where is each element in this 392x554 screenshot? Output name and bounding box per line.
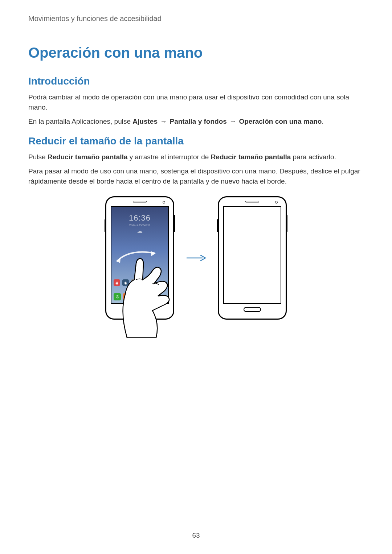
arrow-text: →: [228, 118, 238, 125]
app-icon: ◉: [122, 279, 129, 286]
arrow-right-icon: [185, 254, 207, 262]
bold-text: Pantalla y fondos: [170, 118, 227, 125]
phone-home-button: [131, 307, 148, 312]
phone-earpiece: [245, 201, 259, 202]
phone-volume-button: [217, 219, 219, 232]
arrow-text: →: [158, 118, 169, 125]
dock-icon-row: ✆ 👤 ✉ 🌐: [114, 293, 149, 300]
phone-screen-right: [223, 206, 281, 304]
app-icon: ▧: [140, 279, 146, 286]
text: En la pantalla Aplicaciones, pulse: [28, 118, 132, 125]
section-intro-p1: Podrá cambiar al modo de operación con u…: [28, 92, 364, 112]
illustration-row: 16:36 WED, 1 JANUARY ☁ ◉ ◉ ▶ ▧ • • • •: [28, 196, 364, 320]
page-content: Movimientos y funciones de accesibilidad…: [0, 0, 392, 320]
phone-left: 16:36 WED, 1 JANUARY ☁ ◉ ◉ ▶ ▧ • • • •: [105, 196, 174, 320]
phone-earpiece: [133, 201, 147, 202]
section-reduce-p2: Para pasar al modo de uso con una mano, …: [28, 166, 364, 186]
page-title: Operación con una mano: [28, 45, 364, 61]
text: y arrastre el interruptor de: [127, 153, 211, 161]
phone-right: [218, 196, 287, 320]
phone-home-button: [244, 307, 261, 312]
app-icon-row: ◉ ◉ ▶ ▧: [114, 279, 146, 286]
app-icon: ▶: [131, 279, 138, 286]
phone-power-button: [173, 215, 175, 232]
swipe-gesture-icon: [115, 250, 159, 265]
page-header: Movimientos y funciones de accesibilidad: [28, 15, 364, 23]
app-icon: ◉: [114, 279, 120, 286]
section-reduce-heading: Reducir el tamaño de la pantalla: [28, 135, 364, 147]
text: para activarlo.: [291, 153, 336, 161]
text: Pulse: [28, 153, 48, 161]
bold-text: Ajustes: [132, 118, 158, 125]
text: .: [322, 118, 323, 125]
section-intro-heading: Introducción: [28, 75, 364, 87]
phone-volume-button: [105, 219, 106, 232]
contacts-app-icon: 👤: [123, 293, 130, 300]
page-indicator-dots: • • • • •: [111, 288, 168, 291]
weather-icon: ☁: [111, 227, 168, 234]
clock-text: 16:36: [111, 213, 168, 223]
phone-camera-icon: [163, 201, 165, 204]
bold-text: Reducir tamaño pantalla: [48, 153, 128, 161]
phone-camera-icon: [275, 201, 278, 204]
phone-app-icon: ✆: [114, 293, 121, 300]
mail-app-icon: ✉: [132, 293, 140, 300]
section-reduce-p1: Pulse Reducir tamaño pantalla y arrastre…: [28, 152, 364, 162]
bold-text: Reducir tamaño pantalla: [211, 153, 291, 161]
phone-with-hand-container: 16:36 WED, 1 JANUARY ☁ ◉ ◉ ▶ ▧ • • • •: [105, 196, 174, 320]
clock-date: WED, 1 JANUARY: [111, 223, 168, 226]
phone-screen-left: 16:36 WED, 1 JANUARY ☁ ◉ ◉ ▶ ▧ • • • •: [111, 206, 169, 304]
browser-app-icon: 🌐: [142, 293, 149, 300]
bold-text: Operación con una mano: [239, 118, 322, 125]
page-number: 63: [0, 532, 392, 539]
section-intro-p2: En la pantalla Aplicaciones, pulse Ajust…: [28, 116, 364, 127]
phone-power-button: [286, 215, 287, 232]
